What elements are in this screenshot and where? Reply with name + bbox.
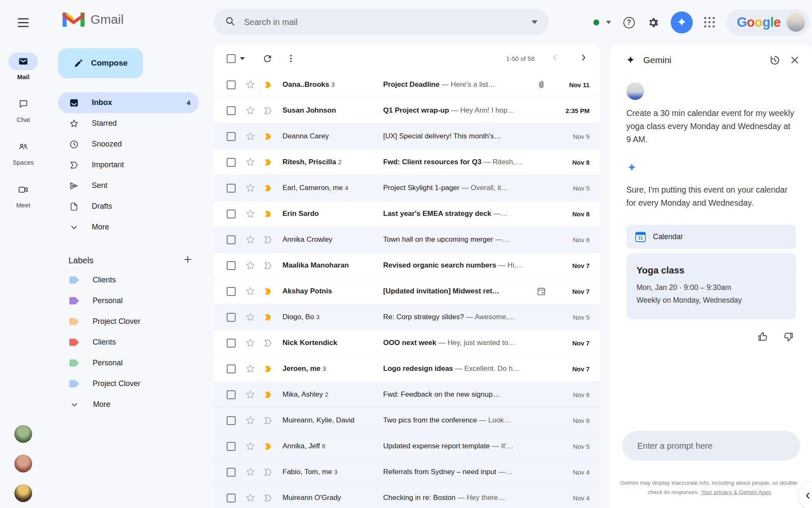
star-icon[interactable] [245,157,256,168]
thumbs-down-button[interactable] [783,331,794,344]
newer-page-button[interactable] [550,52,560,64]
importance-marker-icon[interactable] [263,416,273,425]
importance-marker-icon[interactable] [263,338,273,348]
add-label-button[interactable] [183,254,193,266]
importance-marker-icon[interactable] [263,261,273,271]
star-icon[interactable] [245,467,256,478]
importance-marker-icon[interactable] [263,132,273,141]
importance-marker-icon[interactable] [263,493,273,503]
row-checkbox[interactable] [227,287,236,296]
row-checkbox[interactable] [227,390,236,399]
calendar-app-chip[interactable]: 31 Calendar [626,225,796,249]
importance-marker-icon[interactable] [263,80,273,90]
sidebar-item-drafts[interactable]: Drafts [58,196,199,217]
star-icon[interactable] [245,234,256,245]
importance-marker-icon[interactable] [263,183,273,193]
select-options-caret-icon[interactable] [240,57,245,60]
labels-more[interactable]: More [58,394,199,415]
email-row[interactable]: Diogo, Bo3Re: Corp strategy slides? — Aw… [214,304,600,330]
star-icon[interactable] [245,208,256,219]
row-checkbox[interactable] [227,132,236,141]
importance-marker-icon[interactable] [263,312,273,322]
sidebar-item-important[interactable]: Important [58,155,199,175]
row-checkbox[interactable] [227,494,236,502]
star-icon[interactable] [245,415,256,426]
importance-marker-icon[interactable] [263,157,273,167]
thumbs-up-button[interactable] [757,331,768,344]
calendar-event-card[interactable]: Yoga class Mon, Jan 20 · 9:00 – 9:30am W… [626,253,796,319]
star-icon[interactable] [245,337,256,348]
main-menu-icon[interactable] [16,16,30,29]
row-checkbox[interactable] [227,313,236,322]
sidebar-item-inbox[interactable]: Inbox4 [58,92,199,113]
privacy-link[interactable]: Your privacy & Gemini Apps [701,489,771,495]
email-row[interactable]: Erin SardoLast year's EMEA strategy deck… [214,201,600,227]
row-checkbox[interactable] [227,158,236,167]
star-icon[interactable] [245,389,256,400]
label-item-personal[interactable]: Personal [58,353,199,373]
search-bar[interactable] [214,9,549,35]
select-all-checkbox[interactable] [227,54,236,63]
rail-item-chat[interactable]: Chat [0,88,47,130]
importance-marker-icon[interactable] [263,364,273,374]
contact-avatar[interactable] [14,455,32,472]
rail-item-mail[interactable]: Mail [0,45,47,88]
history-button[interactable] [768,54,781,66]
rail-item-meet[interactable]: Meet [0,173,47,216]
email-row[interactable]: Deanna Carey[UX] Special delivery! This … [214,124,600,149]
search-options-caret-icon[interactable] [532,20,538,24]
gemini-button[interactable] [671,11,693,33]
importance-marker-icon[interactable] [263,467,273,477]
account-avatar[interactable] [787,13,805,32]
status-caret-icon[interactable] [606,21,611,24]
star-icon[interactable] [245,131,256,142]
row-checkbox[interactable] [227,184,236,193]
label-item-personal[interactable]: Personal [58,290,199,311]
email-row[interactable]: Muireann O'GradyChecking in re: Boston —… [214,485,600,508]
sidebar-item-snoozed[interactable]: Snoozed [58,134,199,155]
email-row[interactable]: Annika, Jeff6Updated expense report temp… [214,433,600,459]
email-row[interactable]: Susan JohnsonQ1 Project wrap-up — Hey An… [214,98,600,124]
prompt-input-container[interactable] [622,431,800,461]
settings-button[interactable] [647,16,659,29]
star-icon[interactable] [245,492,256,503]
importance-marker-icon[interactable] [263,287,273,296]
search-input[interactable] [244,17,523,27]
row-checkbox[interactable] [227,468,236,477]
star-icon[interactable] [245,105,256,116]
row-checkbox[interactable] [227,364,236,373]
more-options-button[interactable] [285,52,297,65]
older-page-button[interactable] [579,52,589,64]
help-button[interactable]: ? [623,16,635,29]
email-row[interactable]: Muireann, Kylie, DavidTwo pics from the … [214,408,600,433]
label-item-clients[interactable]: Clients [58,332,199,353]
label-item-clients[interactable]: Clients [58,270,199,290]
star-icon[interactable] [245,79,256,90]
star-icon[interactable] [245,286,256,297]
rail-item-spaces[interactable]: Spaces [0,130,47,173]
email-row[interactable]: Annika CrowleyTown hall on the upcoming … [214,227,600,253]
importance-marker-icon[interactable] [263,442,273,451]
importance-marker-icon[interactable] [263,235,273,245]
row-checkbox[interactable] [227,261,236,270]
label-item-project-clover[interactable]: Project Clover [58,373,199,394]
email-row[interactable]: Nick KortendickOOO next week — Hey, just… [214,330,600,356]
email-row[interactable]: Earl, Cameron, me4Project Skylight 1-pag… [214,175,600,201]
email-row[interactable]: Mika, Ashley2Fwd: Feedback on the new si… [214,382,600,408]
email-row[interactable]: Maalika ManoharanRevised organic search … [214,253,600,279]
star-icon[interactable] [245,260,256,271]
search-icon[interactable] [225,16,236,28]
star-icon[interactable] [245,182,256,193]
sidebar-item-sent[interactable]: Sent [58,175,199,196]
email-row[interactable]: Oana..Brooks3Project Deadline — Here's a… [214,72,600,98]
importance-marker-icon[interactable] [263,209,273,219]
label-item-project-clover[interactable]: Project Clover [58,311,199,332]
importance-marker-icon[interactable] [263,106,273,116]
email-row[interactable]: Akshay Potnis[Updated invitation] Midwes… [214,279,600,304]
compose-button[interactable]: Compose [58,48,143,78]
close-gemini-button[interactable] [788,54,801,66]
row-checkbox[interactable] [227,106,236,115]
email-row[interactable]: Jeroen, me3Logo redesign ideas — Excelle… [214,356,600,382]
row-checkbox[interactable] [227,235,236,244]
sidebar-item-more[interactable]: More [58,217,199,237]
